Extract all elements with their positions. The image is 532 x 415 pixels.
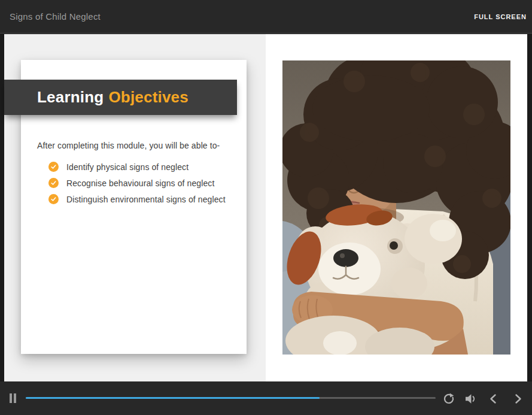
child-photo	[282, 60, 510, 355]
player-bar	[0, 381, 532, 415]
previous-button[interactable]	[485, 390, 501, 407]
check-icon	[48, 162, 59, 172]
objective-label: Identify physical signs of neglect	[66, 162, 189, 172]
replay-button[interactable]	[440, 390, 457, 407]
slide-title-part2: Objectives	[108, 88, 189, 106]
intro-text: After completing this module, you will b…	[37, 141, 220, 150]
list-item: Identify physical signs of neglect	[48, 162, 226, 172]
objective-label: Distinguish environmental signs of negle…	[66, 195, 226, 204]
replay-icon	[440, 390, 457, 407]
next-button[interactable]	[510, 390, 527, 407]
course-title: Signs of Child Neglect	[10, 11, 101, 22]
volume-button[interactable]	[462, 390, 479, 407]
slide-title: LearningObjectives	[37, 88, 189, 107]
seek-bar[interactable]	[26, 394, 436, 401]
seek-track	[26, 397, 436, 399]
list-item: Recognise behavioural signs of neglect	[48, 178, 226, 188]
chevron-right-icon	[510, 390, 527, 407]
course-player: Signs of Child Neglect FULL SCREEN After…	[0, 0, 532, 415]
heading-banner: LearningObjectives	[4, 80, 237, 115]
progress-fill	[26, 397, 320, 399]
fullscreen-button[interactable]: FULL SCREEN	[473, 8, 528, 25]
slide-stage: After completing this module, you will b…	[0, 34, 532, 381]
top-bar: Signs of Child Neglect FULL SCREEN	[0, 0, 532, 34]
volume-icon	[462, 390, 479, 407]
check-icon	[48, 194, 59, 204]
check-icon	[48, 178, 59, 188]
pause-button[interactable]	[5, 389, 23, 407]
list-item: Distinguish environmental signs of negle…	[48, 194, 226, 204]
chevron-left-icon	[485, 390, 501, 407]
objectives-list: Identify physical signs of neglect Recog…	[48, 162, 226, 210]
objective-label: Recognise behavioural signs of neglect	[66, 178, 214, 188]
pause-icon	[5, 389, 23, 407]
slide-title-part1: Learning	[37, 88, 104, 106]
